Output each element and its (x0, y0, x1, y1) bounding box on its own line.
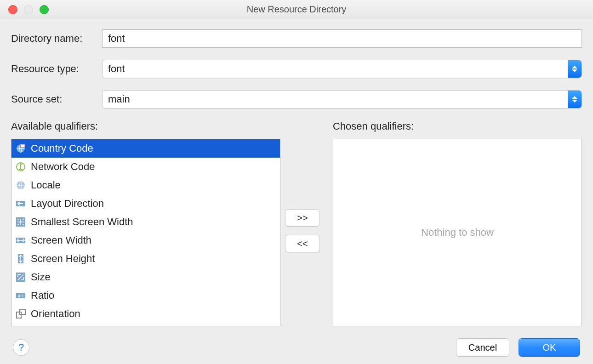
titlebar: New Resource Directory (0, 0, 593, 19)
list-item-label: Screen Height (31, 253, 95, 265)
zoom-window-button[interactable] (40, 5, 49, 14)
directory-name-input[interactable] (102, 29, 582, 48)
list-item[interactable]: Layout Direction (11, 194, 280, 213)
arrows-h-icon (15, 235, 26, 246)
chosen-qualifiers-label: Chosen qualifiers: (333, 120, 582, 132)
list-item[interactable]: Country Code (11, 139, 280, 158)
stepper-icon (568, 60, 582, 78)
arrows-out-icon (15, 216, 26, 228)
help-icon: ? (18, 341, 24, 353)
resource-type-value: font (108, 63, 125, 75)
help-button[interactable]: ? (13, 339, 29, 356)
list-item[interactable]: Screen Width (11, 231, 280, 250)
source-set-value: main (108, 93, 130, 105)
arrow-left-icon (15, 198, 26, 209)
resource-type-select[interactable]: font (102, 60, 582, 78)
list-item-label: Screen Width (31, 234, 91, 246)
list-item-label: Size (31, 271, 51, 283)
available-qualifiers-list[interactable]: Country CodeNetwork CodeLocaleLayout Dir… (11, 139, 280, 326)
list-item-label: Ratio (31, 290, 54, 301)
arrows-v-icon (15, 253, 26, 264)
svg-rect-1 (21, 144, 25, 148)
list-item-label: Layout Direction (31, 198, 104, 210)
list-item[interactable]: Smallest Screen Width (11, 213, 280, 231)
add-qualifier-button[interactable]: >> (285, 209, 320, 227)
available-qualifiers-label: Available qualifiers: (11, 120, 280, 132)
list-item-label: Smallest Screen Width (31, 216, 133, 228)
minimize-window-button[interactable] (24, 5, 33, 14)
source-set-select[interactable]: main (102, 90, 582, 108)
list-item-label: Orientation (31, 308, 80, 320)
dialog-footer: ? Cancel OK (0, 331, 593, 364)
directory-name-label: Directory name: (11, 33, 102, 45)
list-item[interactable]: Screen Height (11, 250, 280, 268)
cancel-button[interactable]: Cancel (456, 338, 509, 357)
list-item[interactable]: Size (11, 268, 280, 286)
svg-point-4 (20, 163, 22, 165)
window-controls (0, 5, 49, 14)
window-title: New Resource Directory (0, 4, 593, 15)
stepper-icon (568, 91, 582, 108)
list-item[interactable]: Locale (11, 176, 280, 194)
list-item-label: Network Code (31, 161, 95, 173)
list-item[interactable]: Network Code (11, 158, 280, 176)
remove-qualifier-button[interactable]: << (285, 235, 320, 252)
orientation-icon (15, 308, 26, 319)
list-item[interactable]: Orientation (11, 305, 280, 323)
list-item-label: Locale (31, 179, 61, 191)
ok-button[interactable]: OK (519, 338, 580, 357)
close-window-button[interactable] (8, 5, 17, 14)
arrow-diag-icon (15, 272, 26, 283)
antenna-icon (15, 161, 26, 172)
globe-icon (15, 180, 26, 191)
list-item-label: Country Code (31, 142, 93, 154)
svg-text:4:3: 4:3 (18, 294, 24, 298)
ratio-icon: 4:3 (15, 290, 26, 301)
source-set-label: Source set: (11, 93, 102, 105)
chosen-qualifiers-list[interactable]: Nothing to show (333, 139, 582, 326)
chosen-empty-text: Nothing to show (421, 227, 494, 239)
globe-flag-icon (15, 143, 26, 154)
resource-type-label: Resource type: (11, 63, 102, 75)
list-item[interactable]: 4:3Ratio (11, 286, 280, 305)
